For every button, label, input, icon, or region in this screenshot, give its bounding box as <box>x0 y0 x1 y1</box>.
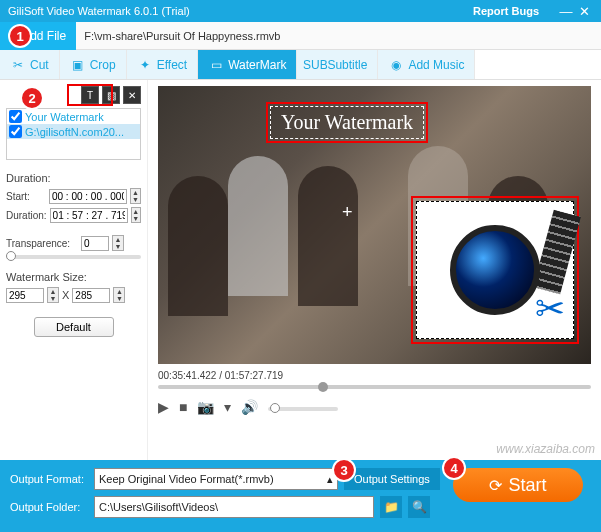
transparence-section: Transparence: ▲▼ <box>6 235 141 259</box>
image-watermark-overlay[interactable]: ✂ <box>411 196 579 344</box>
duration-section: Duration: Start: ▲▼ Duration: ▲▼ <box>6 172 141 223</box>
list-item[interactable]: G:\gilisoftN.com20... <box>7 124 140 139</box>
width-input[interactable] <box>6 288 44 303</box>
transparence-slider[interactable] <box>6 255 141 259</box>
tab-cut[interactable]: ✂Cut <box>0 50 60 79</box>
bottom-bar: Output Format: Keep Original Video Forma… <box>0 460 601 532</box>
video-preview[interactable]: Your Watermark + ✂ <box>158 86 591 364</box>
report-bugs-link[interactable]: Report Bugs <box>473 5 539 17</box>
output-settings-button[interactable]: Output Settings <box>344 468 440 490</box>
tab-add-music[interactable]: ◉Add Music <box>378 50 475 79</box>
snapshot-menu-button[interactable]: ▾ <box>224 399 231 415</box>
tab-subtitle[interactable]: SUBSubtitle <box>297 50 378 79</box>
start-time-input[interactable] <box>49 189 127 204</box>
watermark-size-section: Watermark Size: ▲▼ X ▲▼ <box>6 271 141 303</box>
time-display: 00:35:41.422 / 01:57:27.719 <box>158 370 591 381</box>
open-folder-button[interactable]: 🔍 <box>408 496 430 518</box>
stop-button[interactable]: ■ <box>179 399 187 415</box>
transparence-input[interactable] <box>81 236 109 251</box>
add-image-watermark-button[interactable]: ▧ <box>102 86 120 104</box>
start-spinner[interactable]: ▲▼ <box>130 188 141 204</box>
plus-icon: + <box>10 28 18 44</box>
volume-button[interactable]: 🔊 <box>241 399 258 415</box>
tab-bar: ✂Cut ▣Crop ✦Effect ▭WaterMark SUBSubtitl… <box>0 50 601 80</box>
tab-watermark[interactable]: ▭WaterMark <box>198 50 297 79</box>
watermark-icon: ▭ <box>208 57 224 73</box>
duration-input[interactable] <box>50 208 128 223</box>
add-file-button[interactable]: + Add File <box>0 22 76 50</box>
effect-icon: ✦ <box>137 57 153 73</box>
seek-slider[interactable] <box>158 385 591 389</box>
scissors-icon: ✂ <box>535 288 565 330</box>
add-file-label: Add File <box>22 29 66 43</box>
crop-icon: ▣ <box>70 57 86 73</box>
duration-spinner[interactable]: ▲▼ <box>131 207 141 223</box>
watermark-tools: T ▧ ✕ <box>6 86 141 104</box>
watermark-list[interactable]: Your Watermark G:\gilisoftN.com20... <box>6 108 141 160</box>
play-button[interactable]: ▶ <box>158 399 169 415</box>
refresh-icon: ⟳ <box>489 476 502 495</box>
tab-crop[interactable]: ▣Crop <box>60 50 127 79</box>
filmstrip-icon <box>533 210 581 295</box>
volume-slider[interactable] <box>268 407 338 411</box>
titlebar: GiliSoft Video Watermark 6.0.1 (Trial) R… <box>0 0 601 22</box>
minimize-button[interactable]: — <box>557 4 575 19</box>
list-item[interactable]: Your Watermark <box>7 109 140 124</box>
add-text-watermark-button[interactable]: T <box>81 86 99 104</box>
text-watermark-overlay[interactable]: Your Watermark <box>266 102 428 143</box>
tab-effect[interactable]: ✦Effect <box>127 50 198 79</box>
lens-icon <box>450 225 540 315</box>
height-input[interactable] <box>72 288 110 303</box>
height-spinner[interactable]: ▲▼ <box>113 287 125 303</box>
music-icon: ◉ <box>388 57 404 73</box>
width-spinner[interactable]: ▲▼ <box>47 287 59 303</box>
file-toolbar: + Add File F:\vm-share\Pursuit Of Happyn… <box>0 22 601 50</box>
remove-watermark-button[interactable]: ✕ <box>123 86 141 104</box>
output-format-select[interactable]: Keep Original Video Format(*.rmvb) ▴ <box>94 468 338 490</box>
scissors-icon: ✂ <box>10 57 26 73</box>
playback-controls: ▶ ■ 📷 ▾ 🔊 <box>158 399 591 415</box>
preview-panel: Your Watermark + ✂ 00:35:41.422 / 01:57:… <box>148 80 601 460</box>
crosshair-icon: + <box>342 202 353 223</box>
file-path-display: F:\vm-share\Pursuit Of Happyness.rmvb <box>76 30 601 42</box>
snapshot-button[interactable]: 📷 <box>197 399 214 415</box>
output-folder-input[interactable] <box>94 496 374 518</box>
browse-folder-button[interactable]: 📁 <box>380 496 402 518</box>
start-button[interactable]: ⟳ Start <box>453 468 583 502</box>
app-title: GiliSoft Video Watermark 6.0.1 (Trial) <box>8 5 190 17</box>
left-panel: T ▧ ✕ Your Watermark G:\gilisoftN.com20.… <box>0 80 148 460</box>
watermark-checkbox[interactable] <box>9 110 22 123</box>
subtitle-icon: SUB <box>307 57 323 73</box>
close-button[interactable]: ✕ <box>575 4 593 19</box>
transparence-spinner[interactable]: ▲▼ <box>112 235 124 251</box>
watermark-checkbox[interactable] <box>9 125 22 138</box>
default-button[interactable]: Default <box>34 317 114 337</box>
chevron-up-icon: ▴ <box>327 473 333 486</box>
